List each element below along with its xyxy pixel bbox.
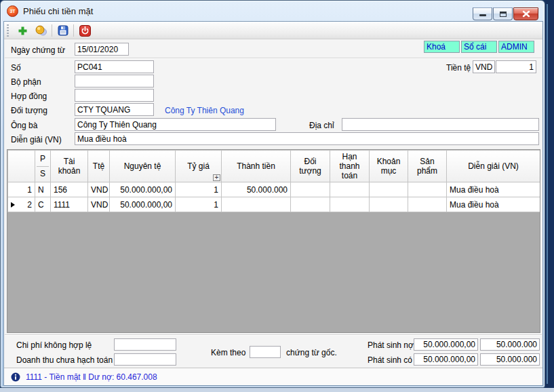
attachment-label: Kèm theo: [211, 348, 245, 357]
coin-icon: [35, 25, 47, 36]
status-text: 1111 - Tiền mặt ‖ Dư nợ: 60.467.008: [26, 372, 157, 382]
close-button[interactable]: [513, 7, 538, 20]
entries-grid: P S Tài khoản Ttệ Nguyên tệ Tỷ giá+ Thàn…: [7, 149, 540, 333]
grid-header-due[interactable]: Hạn thanh toán: [330, 151, 370, 182]
grid-header-partner[interactable]: Đối tượng: [291, 151, 330, 182]
row-header-cell[interactable]: 1: [8, 182, 35, 197]
row-header-cell[interactable]: 2: [8, 197, 35, 212]
pending-revenue-label: Doanh thu chưa hạch toán: [16, 355, 113, 365]
maximize-icon: [500, 12, 507, 17]
flag-admin-button[interactable]: ADMIN: [498, 41, 534, 53]
toolbar: [4, 22, 542, 39]
grid-cell-product[interactable]: [408, 197, 447, 212]
current-row-indicator-icon: [11, 202, 15, 208]
desktop-background: [545, 0, 554, 388]
grid-corner-cell[interactable]: [8, 151, 35, 182]
debit-foreign-total-input[interactable]: [414, 338, 478, 351]
maximize-button[interactable]: [493, 7, 513, 20]
minimize-icon: [479, 14, 486, 16]
grid-cell-product[interactable]: [408, 182, 447, 197]
grid-cell-due[interactable]: [330, 197, 370, 212]
window-title: Phiếu chi tiền mặt: [23, 6, 93, 16]
grid-header-rate-label: Tỷ giá: [187, 161, 210, 171]
parent-window-edge: [0, 388, 554, 392]
credit-total-input[interactable]: [480, 353, 540, 366]
grid-header-category[interactable]: Khoản mục: [370, 151, 408, 182]
divider: [5, 334, 542, 336]
grid-cell-partner[interactable]: [291, 197, 330, 212]
attachment-suffix-label: chứng từ gốc.: [286, 348, 337, 357]
grid-header-p[interactable]: P: [37, 151, 49, 167]
expand-column-button[interactable]: +: [213, 174, 220, 181]
grid-cell-category[interactable]: [370, 182, 408, 197]
duplicate-button[interactable]: [34, 24, 49, 37]
flag-locked-button[interactable]: Khoá: [424, 41, 460, 53]
debit-total-input[interactable]: [480, 338, 540, 351]
grid-header-currency[interactable]: Ttệ: [88, 151, 110, 182]
flag-ledger-button[interactable]: Sổ cái: [461, 41, 497, 53]
grid-cell-ps[interactable]: N: [35, 182, 51, 197]
department-label: Bộ phận: [11, 77, 41, 87]
contract-label: Hợp đồng: [11, 92, 47, 101]
grid-header-product[interactable]: Sản phẩm: [408, 151, 447, 182]
grid-cell-account[interactable]: 156: [51, 182, 88, 197]
divider: [5, 58, 542, 59]
date-label: Ngày chứng từ: [11, 45, 65, 55]
credit-foreign-total-input[interactable]: [414, 353, 478, 366]
contract-input[interactable]: [75, 89, 154, 102]
status-bar: 1111 - Tiền mặt ‖ Dư nợ: 60.467.008: [4, 368, 542, 385]
currency-code-input[interactable]: [473, 60, 495, 73]
window-controls: [472, 7, 538, 20]
grid-header-row: P S Tài khoản Ttệ Nguyên tệ Tỷ giá+ Thàn…: [8, 151, 540, 182]
save-button[interactable]: [56, 24, 71, 37]
currency-label: Tiền tệ: [446, 63, 471, 73]
partner-label: Đối tượng: [11, 106, 47, 115]
toolbar-separator: [73, 24, 74, 37]
partner-name-text: Công Ty Thiên Quang: [165, 106, 244, 115]
grid-header-rate[interactable]: Tỷ giá+: [176, 151, 222, 182]
add-icon: [18, 26, 28, 36]
toolbar-grip[interactable]: [7, 24, 9, 37]
attachment-count-input[interactable]: [250, 346, 281, 358]
grid-cell-amount[interactable]: 50.000.000: [222, 182, 291, 197]
grid-header-s[interactable]: S: [37, 167, 49, 182]
minimize-button[interactable]: [473, 7, 492, 20]
grid-cell-currency[interactable]: VND: [88, 182, 110, 197]
number-label: Số: [11, 63, 21, 73]
grid-cell-rate[interactable]: 1: [176, 182, 222, 197]
add-button[interactable]: [15, 24, 30, 37]
grid-cell-ps[interactable]: C: [35, 197, 51, 212]
grid-cell-currency[interactable]: VND: [88, 197, 110, 212]
grid-cell-amount-selected[interactable]: 50.000.000: [222, 197, 291, 212]
row-number: 2: [27, 200, 32, 210]
date-input[interactable]: [75, 43, 129, 56]
grid-cell-description[interactable]: Mua điều hoà: [447, 197, 540, 212]
grid-cell-rate[interactable]: 1: [176, 197, 222, 212]
currency-rate-input[interactable]: [496, 60, 536, 73]
grid-header-foreign-amount[interactable]: Nguyên tệ: [110, 151, 176, 182]
grid-cell-foreign-amount[interactable]: 50.000.000,00: [110, 197, 176, 212]
description-input[interactable]: [75, 132, 539, 145]
grid-cell-description[interactable]: Mua điều hoà: [447, 182, 540, 197]
grid-cell-account[interactable]: 1111: [51, 197, 88, 212]
grid-header-description[interactable]: Diễn giải (VN): [447, 151, 540, 182]
toolbar-separator: [52, 24, 52, 37]
grid-header-account[interactable]: Tài khoản: [51, 151, 88, 182]
department-input[interactable]: [75, 75, 154, 87]
grid-cell-category[interactable]: [370, 197, 408, 212]
grid-cell-partner[interactable]: [291, 182, 330, 197]
titlebar: 3T Phiếu chi tiền mặt: [1, 1, 545, 21]
grid-header-ps[interactable]: P S: [35, 151, 51, 182]
invalid-expense-input[interactable]: [114, 338, 176, 351]
person-input[interactable]: [75, 118, 276, 131]
partner-code-input[interactable]: [75, 103, 154, 116]
close-voucher-button[interactable]: [77, 24, 92, 37]
app-logo-icon: 3T: [7, 5, 18, 17]
pending-revenue-input[interactable]: [114, 353, 176, 366]
grid-cell-due[interactable]: [330, 182, 370, 197]
grid-header-amount[interactable]: Thành tiền: [222, 151, 291, 182]
address-input[interactable]: [342, 118, 539, 131]
client-area: Ngày chứng từ Khoá Sổ cái ADMIN Số Tiền …: [3, 21, 543, 386]
number-input[interactable]: [75, 60, 154, 73]
grid-cell-foreign-amount[interactable]: 50.000.000,00: [110, 182, 176, 197]
